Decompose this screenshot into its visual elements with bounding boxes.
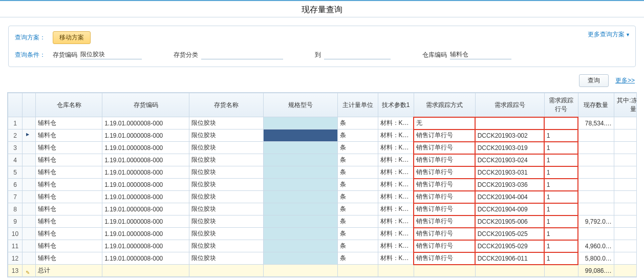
cell-warehouse: 辅料仓: [36, 117, 102, 130]
table-row[interactable]: 10辅料仓1.19.01.0000008-000限位胶块条材料：K…销售订单行号…: [8, 228, 637, 240]
row-indicator: [23, 203, 36, 216]
val-to[interactable]: [324, 50, 391, 59]
row-indicator: [23, 240, 36, 252]
col-frozen[interactable]: 其中:冻结数量: [614, 93, 637, 117]
cell-spec: [264, 216, 338, 228]
cell-warehouse: 辅料仓: [36, 130, 102, 142]
cell-unit: 条: [338, 252, 378, 265]
col-qty[interactable]: 现存数量: [578, 93, 614, 117]
more-link[interactable]: 更多>>: [615, 77, 635, 84]
lbl-inventory-class: 存货分类: [174, 51, 198, 59]
cell-unit: 条: [338, 240, 378, 252]
table-row[interactable]: 2辅料仓1.19.01.0000008-000限位胶块条材料：K…销售订单行号D…: [8, 130, 637, 142]
cell-track-mode: 销售订单行号: [414, 154, 475, 166]
cell-frozen: [614, 179, 637, 191]
cell-inv-code: 1.19.01.0000008-000: [102, 252, 189, 265]
table-row[interactable]: 11辅料仓1.19.01.0000008-000限位胶块条材料：K…销售订单行号…: [8, 240, 637, 252]
table-row[interactable]: 1辅料仓1.19.01.0000008-000限位胶块条材料：K…无78,534…: [8, 117, 637, 130]
cell-qty: [578, 130, 614, 142]
cell-track-mode: 销售订单行号: [414, 179, 475, 191]
cell-frozen: [614, 240, 637, 252]
val-inventory-code[interactable]: 限位胶块: [80, 50, 142, 59]
more-plans-link[interactable]: 更多查询方案▼: [588, 30, 630, 39]
cell-spec: [264, 191, 338, 203]
cell-track-no: DCCK201903-024: [475, 154, 544, 166]
cell-rownum: 9: [8, 216, 23, 228]
col-tech[interactable]: 技术参数1: [378, 93, 414, 117]
val-warehouse-code[interactable]: 辅料仓: [450, 50, 511, 59]
table-row[interactable]: 5辅料仓1.19.01.0000008-000限位胶块条材料：K…销售订单行号D…: [8, 166, 637, 179]
cell-spec: [264, 142, 338, 154]
cell-qty: 4,960.0…: [578, 240, 614, 252]
table-row[interactable]: 7辅料仓1.19.01.0000008-000限位胶块条材料：K…销售订单行号D…: [8, 191, 637, 203]
cell-warehouse: 辅料仓: [36, 203, 102, 216]
cell-frozen: [614, 216, 637, 228]
cell-qty: 78,534.…: [578, 117, 614, 130]
cell-track-no: DCCK201904-004: [475, 191, 544, 203]
cell-inv-code: 1.19.01.0000008-000: [102, 179, 189, 191]
cell-inv-name: 限位胶块: [189, 240, 264, 252]
cell-spec: [264, 228, 338, 240]
cell-warehouse: 辅料仓: [36, 228, 102, 240]
table-row[interactable]: 12辅料仓1.19.01.0000008-000限位胶块条材料：K…销售订单行号…: [8, 252, 637, 265]
cell-track-mode: 销售订单行号: [414, 240, 475, 252]
col-inv-name[interactable]: 存货名称: [189, 93, 264, 117]
row-indicator: [23, 154, 36, 166]
cell-tech: 材料：K…: [378, 154, 414, 166]
cell-inv-name: 限位胶块: [189, 191, 264, 203]
data-grid[interactable]: 仓库名称 存货编码 存货名称 规格型号 主计量单位 技术参数1 需求跟踪方式 需…: [7, 92, 637, 277]
page-title: 现存量查询: [0, 0, 644, 17]
cell-tech: 材料：K…: [378, 142, 414, 154]
cell-spec: [264, 179, 338, 191]
cell-warehouse: 辅料仓: [36, 191, 102, 203]
cell-rownum: 11: [8, 240, 23, 252]
table-row[interactable]: 6辅料仓1.19.01.0000008-000限位胶块条材料：K…销售订单行号D…: [8, 179, 637, 191]
cell-tech: 材料：K…: [378, 228, 414, 240]
cell-frozen: [614, 228, 637, 240]
cell-qty: [578, 203, 614, 216]
col-inv-code[interactable]: 存货编码: [102, 93, 189, 117]
cell-rownum: 10: [8, 228, 23, 240]
cell-track-line: 1: [544, 179, 578, 191]
cell-inv-code: 1.19.01.0000008-000: [102, 166, 189, 179]
query-button[interactable]: 查询: [579, 74, 609, 87]
col-rownum[interactable]: [8, 93, 23, 117]
table-row[interactable]: 3辅料仓1.19.01.0000008-000限位胶块条材料：K…销售订单行号D…: [8, 142, 637, 154]
col-track-mode[interactable]: 需求跟踪方式: [414, 93, 475, 117]
row-indicator: [23, 166, 36, 179]
cell-track-no: DCCK201903-036: [475, 179, 544, 191]
move-plan-button[interactable]: 移动方案: [53, 31, 91, 44]
cell-unit: 条: [338, 142, 378, 154]
cell-track-no: DCCK201905-006: [475, 216, 544, 228]
row-indicator: [23, 142, 36, 154]
cell-unit: 条: [338, 203, 378, 216]
cell-track-no: DCCK201903-002: [475, 130, 544, 142]
cell-inv-code: 1.19.01.0000008-000: [102, 142, 189, 154]
edit-icon[interactable]: [23, 265, 36, 277]
cell-qty: [578, 179, 614, 191]
cell-qty: [578, 166, 614, 179]
cell-warehouse: 辅料仓: [36, 216, 102, 228]
col-unit[interactable]: 主计量单位: [338, 93, 378, 117]
table-row[interactable]: 4辅料仓1.19.01.0000008-000限位胶块条材料：K…销售订单行号D…: [8, 154, 637, 166]
cell-qty: [578, 154, 614, 166]
table-row[interactable]: 8辅料仓1.19.01.0000008-000限位胶块条材料：K…销售订单行号D…: [8, 203, 637, 216]
col-gutter[interactable]: [23, 93, 36, 117]
col-track-no[interactable]: 需求跟踪号: [475, 93, 544, 117]
col-warehouse[interactable]: 仓库名称: [36, 93, 102, 117]
cell-track-line: 1: [544, 228, 578, 240]
col-track-line[interactable]: 需求跟踪行号: [544, 93, 578, 117]
table-row[interactable]: 9辅料仓1.19.01.0000008-000限位胶块条材料：K…销售订单行号D…: [8, 216, 637, 228]
cell-tech: 材料：K…: [378, 240, 414, 252]
val-inventory-class[interactable]: [201, 50, 283, 59]
cell-track-mode: 销售订单行号: [414, 228, 475, 240]
cell-tech: 材料：K…: [378, 166, 414, 179]
col-spec[interactable]: 规格型号: [264, 93, 338, 117]
lbl-to: 到: [315, 51, 321, 59]
cell-warehouse: 辅料仓: [36, 154, 102, 166]
cell-track-no: DCCK201903-031: [475, 166, 544, 179]
cell-unit: 条: [338, 179, 378, 191]
cell-rownum: 4: [8, 154, 23, 166]
plan-label: 查询方案：: [15, 33, 46, 42]
lbl-inventory-code: 存货编码: [53, 51, 77, 59]
